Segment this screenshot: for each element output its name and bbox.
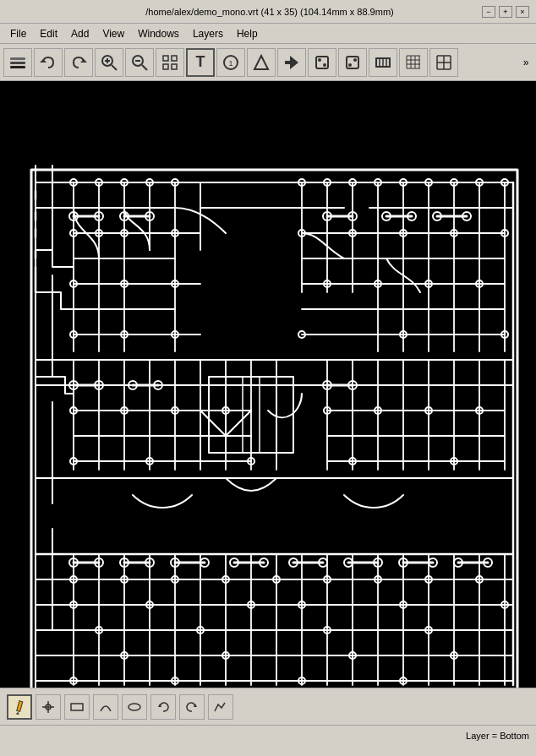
component3-button[interactable] [369, 48, 397, 77]
menu-add[interactable]: Add [64, 26, 96, 41]
arc-button[interactable] [93, 694, 118, 720]
cursor-button[interactable] [36, 694, 61, 720]
svg-marker-19 [285, 56, 298, 69]
svg-rect-1 [10, 62, 25, 64]
arc-icon [98, 699, 113, 715]
pencil-icon [12, 699, 27, 715]
toolbar-expand-button[interactable]: » [519, 48, 533, 77]
menu-windows[interactable]: Windows [131, 26, 186, 41]
ellipse-button[interactable] [122, 694, 147, 720]
svg-text:1: 1 [228, 59, 232, 68]
menu-layers[interactable]: Layers [186, 26, 230, 41]
svg-point-24 [348, 63, 352, 67]
svg-rect-13 [172, 56, 177, 61]
menu-help[interactable]: Help [230, 26, 265, 41]
grid2-button[interactable] [399, 48, 428, 77]
redo-button[interactable] [64, 48, 93, 77]
rotate-ccw-icon [156, 699, 171, 715]
svg-marker-18 [254, 56, 268, 69]
grid3-icon [435, 54, 452, 71]
minimize-button[interactable]: − [482, 6, 495, 18]
undo-button[interactable] [34, 48, 63, 77]
svg-rect-14 [163, 64, 168, 69]
text-button[interactable]: T [186, 48, 215, 77]
svg-point-21 [318, 58, 321, 62]
rectangle-button[interactable] [64, 694, 90, 720]
component2-button[interactable] [338, 48, 367, 77]
rotate-ccw-button[interactable] [150, 694, 176, 720]
triangle-icon [253, 54, 270, 71]
grid-icon [161, 54, 178, 71]
layers-button[interactable] [3, 48, 32, 77]
title-bar: /home/alex/demo_mono.vrt (41 x 35) (104.… [0, 0, 536, 24]
svg-marker-266 [16, 711, 20, 715]
polyline-button[interactable] [208, 694, 233, 720]
layers-icon [8, 53, 27, 72]
arrow-icon [283, 54, 300, 71]
menu-edit[interactable]: Edit [33, 26, 64, 41]
redo-icon [70, 54, 87, 71]
grid3-button[interactable] [429, 48, 458, 77]
svg-marker-4 [80, 59, 87, 63]
menu-bar: File Edit Add View Windows Layers Help [0, 24, 536, 44]
svg-point-22 [323, 63, 326, 67]
canvas-area[interactable] [0, 81, 536, 688]
status-bar: Layer = Bottom [0, 725, 536, 745]
circle-icon: 1 [222, 54, 239, 71]
svg-rect-0 [10, 57, 25, 60]
zoom-in-icon [101, 54, 118, 71]
rotate-cw-icon [184, 699, 200, 715]
zoom-out-button[interactable] [125, 48, 154, 77]
svg-rect-23 [347, 57, 358, 68]
undo-icon [40, 54, 57, 71]
svg-marker-3 [40, 59, 46, 63]
component3-icon [375, 54, 391, 71]
component2-icon [344, 54, 361, 71]
svg-rect-2 [10, 66, 25, 68]
title-text: /home/alex/demo_mono.vrt (41 x 35) (104.… [57, 7, 482, 17]
component1-button[interactable] [308, 48, 336, 77]
ellipse-icon [127, 699, 142, 715]
svg-point-271 [129, 704, 140, 710]
svg-rect-20 [316, 57, 328, 68]
svg-rect-270 [71, 704, 83, 710]
close-button[interactable]: × [516, 6, 529, 18]
maximize-button[interactable]: + [499, 6, 512, 18]
menu-file[interactable]: File [3, 26, 33, 41]
menu-view[interactable]: View [96, 26, 131, 41]
bottom-toolbar [0, 688, 536, 725]
svg-line-6 [112, 65, 117, 70]
pencil-button[interactable] [7, 694, 32, 720]
svg-rect-15 [172, 64, 177, 69]
svg-rect-12 [163, 56, 168, 61]
zoom-in-button[interactable] [95, 48, 123, 77]
grid2-icon [405, 54, 422, 71]
triangle-button[interactable] [247, 48, 276, 77]
polyline-icon [213, 699, 228, 715]
arrow-button[interactable] [277, 48, 306, 77]
pcb-display [0, 81, 536, 688]
component1-icon [314, 54, 331, 71]
rectangle-icon [69, 699, 85, 715]
zoom-out-icon [131, 54, 148, 71]
grid-button[interactable] [156, 48, 184, 77]
window-controls[interactable]: − + × [482, 6, 529, 18]
cursor-icon [41, 699, 56, 715]
status-text: Layer = Bottom [466, 731, 529, 741]
svg-line-10 [142, 65, 147, 70]
svg-rect-265 [17, 700, 23, 711]
toolbar: T 1 [0, 44, 536, 81]
rotate-cw-button[interactable] [179, 694, 205, 720]
circle-button[interactable]: 1 [216, 48, 245, 77]
svg-point-25 [353, 58, 357, 62]
